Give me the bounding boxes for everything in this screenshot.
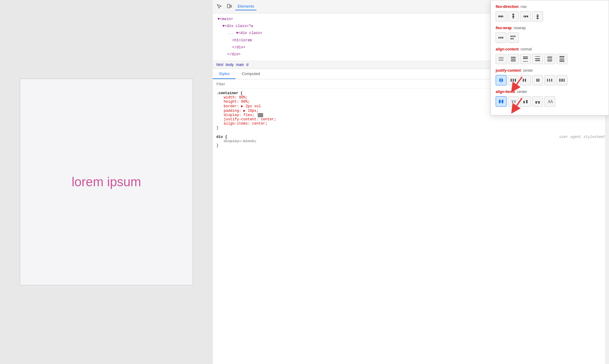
- svg-rect-52: [536, 79, 538, 82]
- svg-rect-39: [559, 57, 564, 57]
- css-selector-text: .container {: [216, 91, 243, 95]
- preview-container: lorem ipsum: [20, 79, 193, 285]
- flex-dir-col-tb[interactable]: [508, 11, 519, 22]
- svg-rect-40: [559, 59, 564, 60]
- justify-content-icons: [496, 75, 604, 85]
- jc-icon-6[interactable]: [556, 75, 567, 85]
- css-rule-div: div { user agent stylesheet display: blo…: [216, 135, 605, 148]
- svg-rect-53: [538, 79, 539, 82]
- jc-icon-center[interactable]: [496, 75, 507, 85]
- svg-rect-70: [535, 101, 537, 104]
- align-items-section: align-items: center T T: [496, 90, 604, 107]
- inspect-icon[interactable]: [216, 3, 223, 10]
- svg-rect-26: [511, 57, 516, 58]
- flex-direction-icons: [496, 11, 604, 22]
- flex-dir-row-lr[interactable]: [496, 11, 507, 22]
- lorem-text: lorem ipsum: [72, 175, 141, 189]
- flex-direction-label: flex-direction: row: [496, 5, 604, 9]
- css-div-display[interactable]: display: block;: [216, 139, 605, 143]
- breadcrumb-html[interactable]: html: [216, 63, 223, 67]
- svg-rect-33: [535, 58, 540, 59]
- tab-styles[interactable]: Styles: [213, 69, 236, 79]
- devtools-panel: Elements ▼<main> ▼<div class="w ... ▼<di…: [213, 0, 609, 364]
- flex-dir-col-bt[interactable]: [532, 11, 543, 22]
- css-rules-panel: .container { width: 80%; height: 80%; bo…: [213, 89, 609, 364]
- svg-rect-45: [502, 79, 503, 82]
- breadcrumb-d[interactable]: d: [246, 63, 249, 67]
- ai-icon-3[interactable]: [520, 96, 531, 107]
- svg-text:A: A: [550, 99, 553, 104]
- svg-rect-47: [511, 79, 512, 82]
- ac-icon-3[interactable]: [520, 54, 531, 64]
- svg-rect-37: [547, 60, 552, 60]
- svg-rect-61: [564, 79, 565, 82]
- ai-icon-2[interactable]: T T: [508, 96, 519, 107]
- flex-wrap-label: flex-wrap: nowrap: [496, 26, 604, 30]
- flex-wrap-wrap[interactable]: [508, 33, 519, 43]
- ac-icon-2[interactable]: [508, 54, 519, 64]
- svg-rect-20: [514, 36, 515, 37]
- jc-icon-3[interactable]: [520, 75, 531, 85]
- svg-rect-41: [559, 60, 564, 61]
- ac-icon-6[interactable]: [556, 54, 567, 64]
- svg-rect-18: [511, 36, 512, 37]
- svg-rect-22: [512, 38, 514, 39]
- elements-tab[interactable]: Elements: [235, 3, 256, 10]
- ac-icon-5[interactable]: [544, 54, 555, 64]
- svg-rect-58: [559, 79, 560, 82]
- flex-wrap-section: flex-wrap: nowrap: [496, 26, 604, 43]
- css-prop-align[interactable]: align-items: center;: [216, 122, 605, 126]
- svg-rect-30: [523, 58, 528, 59]
- css-user-agent-comment: user agent stylesheet: [559, 135, 605, 139]
- ai-icon-center[interactable]: [496, 96, 507, 107]
- flex-inspector-popup: flex-direction: row: [490, 0, 609, 115]
- svg-rect-71: [538, 101, 540, 104]
- align-content-label: align-content: normal: [496, 47, 604, 51]
- css-div-header: div { user agent stylesheet: [216, 135, 605, 139]
- css-div-close: }: [216, 143, 605, 148]
- jc-icon-4[interactable]: [532, 75, 543, 85]
- ai-icon-5[interactable]: A A: [544, 96, 555, 107]
- device-icon[interactable]: [225, 3, 233, 10]
- flex-direction-section: flex-direction: row: [496, 5, 604, 22]
- breadcrumb-body[interactable]: body: [226, 63, 234, 67]
- justify-content-label: justify-content: center: [496, 68, 604, 73]
- align-content-section: align-content: normal: [496, 47, 604, 64]
- flex-icon-inline[interactable]: [258, 113, 263, 117]
- svg-rect-44: [499, 79, 501, 82]
- flex-wrap-icons: [496, 33, 604, 43]
- ai-icon-4[interactable]: [532, 96, 543, 107]
- svg-rect-28: [511, 60, 516, 61]
- svg-rect-0: [227, 4, 230, 8]
- browser-preview: lorem ipsum: [0, 0, 213, 364]
- ac-icon-1[interactable]: [496, 54, 507, 64]
- align-items-icons: T T: [496, 96, 604, 107]
- tab-computed[interactable]: Computed: [236, 69, 266, 79]
- breadcrumb-main[interactable]: main: [236, 63, 244, 67]
- svg-rect-29: [523, 57, 528, 57]
- justify-content-section: justify-content: center: [496, 68, 604, 85]
- css-div-selector[interactable]: div {: [216, 135, 227, 139]
- svg-rect-1: [230, 5, 232, 7]
- flex-wrap-nowrap[interactable]: [496, 33, 507, 43]
- align-content-icons: [496, 54, 604, 64]
- css-prop-justify[interactable]: justify-content: center;: [216, 117, 605, 122]
- svg-text:T: T: [514, 99, 516, 104]
- svg-rect-60: [562, 79, 563, 82]
- jc-icon-2[interactable]: [508, 75, 519, 85]
- svg-rect-17: [502, 37, 503, 39]
- svg-rect-19: [512, 36, 514, 37]
- flex-dir-row-rl[interactable]: [520, 11, 531, 22]
- svg-rect-27: [511, 59, 516, 60]
- svg-rect-36: [547, 57, 552, 58]
- svg-rect-49: [515, 79, 516, 82]
- ac-icon-4[interactable]: [532, 54, 543, 64]
- svg-rect-21: [511, 38, 512, 39]
- svg-rect-68: [526, 100, 528, 103]
- svg-rect-15: [498, 37, 500, 39]
- jc-icon-5[interactable]: [544, 75, 555, 85]
- svg-rect-59: [561, 79, 562, 82]
- svg-rect-34: [535, 60, 540, 61]
- svg-rect-48: [513, 79, 514, 82]
- css-close-brace: }: [216, 126, 605, 130]
